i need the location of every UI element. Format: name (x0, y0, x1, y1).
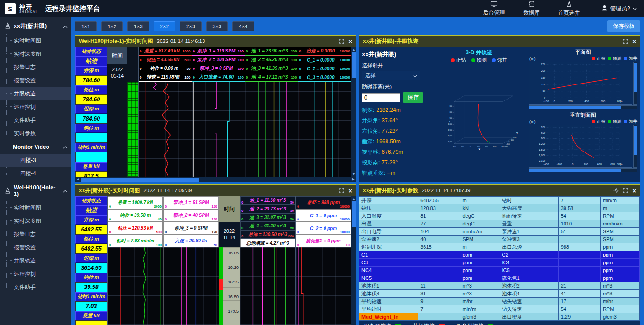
plan-horizontal-slider[interactable] (529, 105, 637, 109)
sidebar-item-1-1[interactable]: 实时深度图 (0, 215, 71, 228)
section-horizontal-slider[interactable] (529, 168, 637, 172)
svg-text:0: 0 (470, 145, 471, 147)
scroll-left-arrow[interactable]: ◀ (75, 178, 81, 181)
table-row: 池体积331m^3池体积441m^3 (359, 290, 640, 298)
panel-timechart-1: Wei-H100(Hole-1)-实时时间图 2022-01-14 11:46:… (75, 35, 356, 182)
sidebar-item-1-0[interactable]: 实时时间图 (0, 201, 71, 215)
sidebar-item-0-1[interactable]: 实时深度图 (0, 47, 71, 61)
sidebar-item-1-4[interactable]: 井眼轨迹 (0, 254, 71, 267)
close-icon[interactable]: × (348, 187, 352, 194)
save-distance-button[interactable]: 保存 (403, 92, 423, 103)
close-icon[interactable]: × (632, 38, 636, 45)
svg-text:250: 250 (541, 63, 545, 66)
track-curves (139, 82, 192, 177)
slider-thumb[interactable] (529, 169, 621, 172)
sidebar-item-0-2[interactable]: 报警日志 (0, 61, 71, 74)
scroll-thumb[interactable] (352, 52, 356, 78)
param-value: 39.58 (75, 282, 107, 292)
sidebar-subgroup[interactable]: Monitor Video (0, 140, 71, 154)
scroll-thumb[interactable] (352, 201, 356, 227)
param-value: 1.29 (559, 313, 601, 321)
expand-icon[interactable] (339, 39, 344, 44)
sidebar-video-1[interactable]: 四楼-4 (0, 167, 71, 180)
sidebar-item-1-3[interactable]: 报警设置 (0, 241, 71, 254)
sidebar-video-0[interactable]: 四楼-3 (0, 154, 71, 167)
svg-text:200: 200 (477, 145, 480, 147)
settings-gear-icon[interactable] (613, 188, 619, 193)
param-name: 出口总烃 (499, 243, 558, 251)
save-template-button[interactable]: 保存模板 (607, 20, 640, 32)
plan-vertical-slider[interactable] (633, 62, 637, 105)
layout-btn-4×4[interactable]: 4×4 (232, 21, 254, 31)
bl-track-3: 总烃 = 988 ppm010000C_1 = 0 ppm010000C_2 =… (295, 196, 351, 325)
svg-text:600: 600 (541, 131, 545, 134)
layout-btn-1×2[interactable]: 1×2 (101, 21, 123, 31)
layout-btn-3×3[interactable]: 3×3 (206, 21, 228, 31)
time-column-header: 时间 (219, 196, 240, 222)
scroll-down-arrow[interactable]: ▼ (352, 172, 356, 177)
section-vertical-slider[interactable] (633, 125, 637, 168)
tl-time-column: 时间 2022 01-14 (107, 47, 127, 177)
panel-trajectory: xx井(新井眼)-井眼轨迹 × xx井(新井眼) 选择邻井 选择 (359, 35, 640, 182)
expand-icon[interactable] (623, 188, 628, 193)
panel-grid: Wei-H100(Hole-1)-实时时间图 2022-01-14 11:46:… (75, 35, 640, 325)
sidebar-item-0-7[interactable]: 实时参数 (0, 127, 71, 140)
sidebar-well-0[interactable]: xx井(新井眼) (0, 18, 71, 34)
tl-horizontal-scrollbar[interactable]: ◀ ▶ (75, 177, 356, 182)
collision-distance-row: 保存 (362, 92, 429, 103)
table-row: 迟到井深3615m出口总烃988ppm (359, 243, 640, 251)
param-unit: mmho/m (460, 228, 499, 236)
layout-btn-1×1[interactable]: 1×1 (75, 21, 97, 31)
time-label: 17:05 (228, 309, 239, 314)
param-name: 悬重 (499, 220, 558, 228)
slider-thumb[interactable] (529, 106, 621, 109)
expand-icon[interactable] (623, 39, 628, 44)
slider-thumb[interactable] (634, 126, 637, 155)
collision-distance-input[interactable] (362, 93, 400, 102)
nav-item-1[interactable]: 数据库 (524, 1, 540, 17)
neighbor-well-select[interactable]: 选择 (362, 71, 420, 80)
param-value: 81 (418, 212, 460, 220)
scroll-up-arrow[interactable]: ▲ (352, 196, 356, 201)
param-name: 入口温度 (359, 212, 418, 220)
sidebar-item-0-5[interactable]: 远程控制 (0, 100, 71, 114)
close-icon[interactable]: × (632, 187, 636, 194)
user-menu[interactable]: 管理员2 (601, 5, 637, 13)
table-row: C3ppmIC4ppm (359, 259, 640, 267)
nav-item-0[interactable]: 后台管理 (483, 1, 505, 17)
nav-item-2[interactable]: 首页选井 (558, 1, 580, 17)
sidebar-item-1-2[interactable]: 报警日志 (0, 228, 71, 241)
layout-btn-1×3[interactable]: 1×3 (127, 21, 149, 31)
layout-btn-2×3[interactable]: 2×3 (180, 21, 202, 31)
scroll-up-arrow[interactable]: ▲ (352, 47, 356, 52)
sidebar-item-0-3[interactable]: 报警设置 (0, 74, 71, 87)
sidebar-well-1[interactable]: Wei-H100(Hole-1) (0, 180, 71, 201)
param-unit: SPM (460, 236, 499, 243)
slider-thumb[interactable] (634, 63, 637, 92)
timechart2-main: 钻井状态钻进井深 m6482.55钻位 m6482.55迟深 m3614.50钩… (75, 196, 356, 325)
sidebar-item-1-5[interactable]: 远程控制 (0, 267, 71, 281)
expand-icon[interactable] (339, 188, 344, 193)
bl-vertical-scrollbar[interactable]: ▲ ▼ (351, 196, 356, 325)
track-scale-label: 泵冲_1 = 119 SPM (196, 48, 237, 54)
status-indicator (439, 324, 445, 325)
track-scale-label: 转速 = 119 RPM (142, 74, 183, 80)
scroll-thumb[interactable] (81, 178, 199, 182)
sidebar-item-0-0[interactable]: 实时时间图 (0, 34, 71, 47)
tl-vertical-scrollbar[interactable]: ▲ ▼ (351, 47, 356, 177)
param-unit: SPM (601, 236, 640, 243)
panel-titlebar: Wei-H100(Hole-1)-实时时间图 2022-01-14 11:46:… (75, 36, 356, 47)
scroll-right-arrow[interactable]: ▶ (351, 178, 356, 181)
sidebar-item-1-6[interactable]: 文件助手 (0, 281, 71, 294)
track-curves (245, 82, 298, 177)
sidebar-item-0-6[interactable]: 文件助手 (0, 114, 71, 127)
param-unit: mmho/m (601, 220, 640, 228)
bl-plot-0 (108, 247, 163, 325)
layout-btn-2×2[interactable]: 2×2 (154, 21, 176, 31)
param-name: 池体积2 (499, 282, 558, 290)
status-label: 服务器连接: (364, 322, 393, 325)
param-name: IC4 (499, 259, 558, 267)
sidebar-item-0-4[interactable]: 井眼轨迹 (0, 87, 71, 100)
param-unit: ppm (460, 251, 499, 259)
close-icon[interactable]: × (348, 38, 352, 45)
